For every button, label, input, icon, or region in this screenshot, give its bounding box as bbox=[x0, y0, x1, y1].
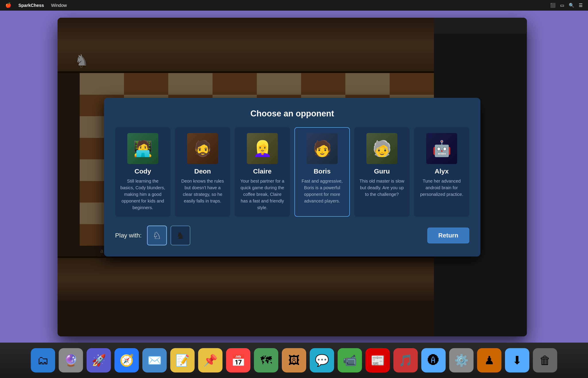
dock-item-facetime[interactable]: 📹 bbox=[338, 348, 362, 372]
dock-item-messages[interactable]: 💬 bbox=[310, 348, 334, 372]
dock-item-calendar[interactable]: 📅 bbox=[226, 348, 250, 372]
opponent-name-claire: Claire bbox=[253, 168, 272, 175]
opponents-grid: 🧑‍💻CodyStill learning the basics, Cody b… bbox=[115, 127, 469, 217]
opponent-card-guru[interactable]: 🧓GuruThis old master is slow but deadly.… bbox=[354, 127, 410, 217]
avatar-guru: 🧓 bbox=[366, 133, 397, 164]
opponent-name-cody: Cody bbox=[135, 168, 151, 175]
play-with-row: Play with: ♘♞ Return bbox=[115, 226, 469, 245]
dock-item-syspref[interactable]: ⚙️ bbox=[449, 348, 474, 372]
menubar-icon-3: 🔍 bbox=[569, 3, 574, 8]
dock-item-chess[interactable]: ♟ bbox=[477, 348, 501, 372]
dock-item-finder[interactable]: 🗂 bbox=[31, 348, 55, 372]
opponent-card-boris[interactable]: 🧑BorisFast and aggressive, Boris is a po… bbox=[294, 127, 350, 217]
dock-item-music[interactable]: 🎵 bbox=[393, 348, 418, 372]
opponent-card-deon[interactable]: 🧔DeonDeon knows the rules but doesn't ha… bbox=[175, 127, 230, 217]
opponent-desc-claire: Your best partner for a quick game durin… bbox=[240, 178, 285, 211]
app-window: SparkChess Premium 8 bbox=[57, 18, 527, 336]
avatar-deon: 🧔 bbox=[187, 133, 218, 164]
apple-menu[interactable]: 🍎 bbox=[5, 2, 11, 8]
dock-items: 🗂🔮🚀🧭✉️📝📌📅🗺🖼💬📹📰🎵🅐⚙️♟⬇🗑 bbox=[31, 348, 557, 372]
opponent-card-claire[interactable]: 👱‍♀️ClaireYour best partner for a quick … bbox=[235, 127, 290, 217]
opponent-desc-deon: Deon knows the rules but doesn't have a … bbox=[180, 178, 225, 204]
dock-item-appstore[interactable]: 🅐 bbox=[421, 348, 446, 372]
dock-item-photos[interactable]: 🖼 bbox=[282, 348, 306, 372]
dock-item-safari[interactable]: 🧭 bbox=[114, 348, 139, 372]
color-white-button[interactable]: ♘ bbox=[147, 226, 167, 245]
opponent-desc-cody: Still learning the basics, Cody blunders… bbox=[120, 178, 165, 211]
menubar: 🍎 SparkChess Window ⬛ ▭ 🔍 ☰ bbox=[0, 0, 588, 11]
menubar-right-icons: ⬛ ▭ 🔍 ☰ bbox=[550, 3, 583, 8]
dock-item-mail[interactable]: ✉️ bbox=[142, 348, 167, 372]
menubar-window[interactable]: Window bbox=[51, 3, 67, 8]
menubar-app-name[interactable]: SparkChess bbox=[18, 3, 44, 8]
opponent-desc-boris: Fast and aggressive, Boris is a powerful… bbox=[299, 178, 345, 204]
dock-item-siri[interactable]: 🔮 bbox=[59, 348, 83, 372]
dock-item-trash[interactable]: 🗑 bbox=[533, 348, 557, 372]
menubar-icon-4: ☰ bbox=[579, 3, 583, 8]
opponent-name-alyx: Alyx bbox=[435, 168, 449, 175]
opponent-desc-alyx: Tune her advanced android brain for pers… bbox=[419, 178, 465, 198]
play-with-label: Play with: bbox=[115, 232, 142, 239]
avatar-claire: 👱‍♀️ bbox=[247, 133, 278, 164]
return-button[interactable]: Return bbox=[427, 228, 469, 243]
dock-item-maps[interactable]: 🗺 bbox=[254, 348, 278, 372]
dialog-title: Choose an opponent bbox=[115, 109, 469, 118]
menubar-icon-2: ▭ bbox=[560, 3, 564, 8]
opponent-name-deon: Deon bbox=[194, 168, 211, 175]
menubar-icon-1: ⬛ bbox=[550, 3, 556, 8]
modal-overlay: Choose an opponent 🧑‍💻CodyStill learning… bbox=[57, 18, 527, 336]
avatar-boris: 🧑 bbox=[307, 133, 338, 164]
dock-item-stickies[interactable]: 📌 bbox=[198, 348, 222, 372]
dock-item-news[interactable]: 📰 bbox=[366, 348, 390, 372]
opponent-name-boris: Boris bbox=[314, 168, 331, 175]
dock-item-notes[interactable]: 📝 bbox=[170, 348, 195, 372]
dock: 🗂🔮🚀🧭✉️📝📌📅🗺🖼💬📹📰🎵🅐⚙️♟⬇🗑 bbox=[0, 343, 588, 378]
dock-item-launchpad[interactable]: 🚀 bbox=[87, 348, 111, 372]
dock-item-download[interactable]: ⬇ bbox=[505, 348, 529, 372]
color-black-button[interactable]: ♞ bbox=[170, 226, 190, 245]
color-buttons: ♘♞ bbox=[147, 226, 190, 245]
avatar-alyx: 🤖 bbox=[426, 133, 457, 164]
opponent-dialog: Choose an opponent 🧑‍💻CodyStill learning… bbox=[104, 98, 480, 256]
opponent-card-alyx[interactable]: 🤖AlyxTune her advanced android brain for… bbox=[414, 127, 469, 217]
avatar-cody: 🧑‍💻 bbox=[127, 133, 158, 164]
opponent-card-cody[interactable]: 🧑‍💻CodyStill learning the basics, Cody b… bbox=[115, 127, 170, 217]
opponent-desc-guru: This old master is slow but deadly. Are … bbox=[359, 178, 405, 198]
opponent-name-guru: Guru bbox=[374, 168, 390, 175]
